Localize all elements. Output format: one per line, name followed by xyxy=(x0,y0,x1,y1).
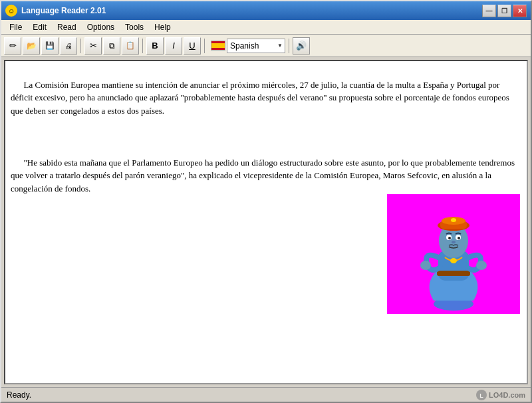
language-selector-group: Spanish English French German Italian Po… xyxy=(211,39,285,53)
menu-edit[interactable]: Edit xyxy=(27,21,52,33)
svg-rect-2 xyxy=(437,271,470,276)
window-controls: — ❐ ✕ xyxy=(482,5,527,17)
toolbar: ✏ 📂 💾 🖨 ✂ ⧉ 📋 B I U xyxy=(1,35,531,57)
underline-button[interactable]: U xyxy=(184,37,201,55)
lo4d-text: LO4D.com xyxy=(489,391,525,399)
svg-text:L: L xyxy=(479,392,483,399)
svg-point-13 xyxy=(420,261,431,270)
minimize-button[interactable]: — xyxy=(482,5,496,17)
speaker-icon: 🔊 xyxy=(296,41,307,51)
separator-3 xyxy=(204,39,205,53)
menu-bar: File Edit Read Options Tools Help xyxy=(1,20,531,35)
menu-file[interactable]: File xyxy=(4,21,27,33)
status-text: Ready. xyxy=(7,390,475,400)
new-icon: ✏ xyxy=(9,41,17,51)
cut-button[interactable]: ✂ xyxy=(84,37,102,55)
close-button[interactable]: ✕ xyxy=(513,5,527,17)
svg-point-15 xyxy=(450,258,457,263)
genie-figure xyxy=(404,198,503,311)
speak-button[interactable]: 🔊 xyxy=(293,37,310,55)
menu-options[interactable]: Options xyxy=(82,21,120,33)
main-window: ☺ Language Reader 2.01 — ❐ ✕ File Edit R… xyxy=(0,0,532,403)
svg-point-7 xyxy=(458,237,460,239)
bold-button[interactable]: B xyxy=(146,37,164,55)
new-button[interactable]: ✏ xyxy=(4,37,21,55)
save-icon: 💾 xyxy=(45,41,55,50)
save-button[interactable]: 💾 xyxy=(41,37,59,55)
language-dropdown[interactable]: Spanish English French German Italian Po… xyxy=(227,39,285,53)
status-bar: Ready. L LO4D.com xyxy=(1,387,531,402)
svg-point-8 xyxy=(452,241,456,243)
copy-button[interactable]: ⧉ xyxy=(103,37,120,55)
paragraph-1: La Comisión Europea mantiene su intenció… xyxy=(11,80,511,116)
svg-point-14 xyxy=(476,261,487,270)
restore-button[interactable]: ❐ xyxy=(497,5,511,17)
paste-button[interactable]: 📋 xyxy=(122,37,139,55)
spain-flag-icon xyxy=(211,41,225,51)
print-button[interactable]: 🖨 xyxy=(60,37,77,55)
open-button[interactable]: 📂 xyxy=(23,37,40,55)
cut-icon: ✂ xyxy=(90,41,97,51)
paragraph-2: "He sabido esta mañana que el Parlamento… xyxy=(11,158,517,194)
content-area: La Comisión Europea mantiene su intenció… xyxy=(4,60,528,384)
menu-read[interactable]: Read xyxy=(52,21,82,33)
paste-icon: 📋 xyxy=(126,41,135,50)
separator-2 xyxy=(142,39,143,53)
title-bar: ☺ Language Reader 2.01 — ❐ ✕ xyxy=(1,1,531,20)
menu-help[interactable]: Help xyxy=(149,21,176,33)
watermark: L LO4D.com xyxy=(475,389,525,401)
print-icon: 🖨 xyxy=(65,42,72,50)
open-icon: 📂 xyxy=(27,41,37,51)
lo4d-icon: L xyxy=(475,389,487,401)
app-icon: ☺ xyxy=(5,5,17,17)
window-title: Language Reader 2.01 xyxy=(21,6,482,15)
genie-image xyxy=(387,194,520,314)
language-select-wrapper: Spanish English French German Italian Po… xyxy=(227,39,285,53)
menu-tools[interactable]: Tools xyxy=(120,21,149,33)
svg-point-12 xyxy=(451,218,456,222)
separator-1 xyxy=(80,39,81,53)
copy-icon: ⧉ xyxy=(109,41,115,51)
separator-4 xyxy=(289,39,289,53)
svg-point-6 xyxy=(448,237,451,239)
italic-button[interactable]: I xyxy=(165,37,182,55)
